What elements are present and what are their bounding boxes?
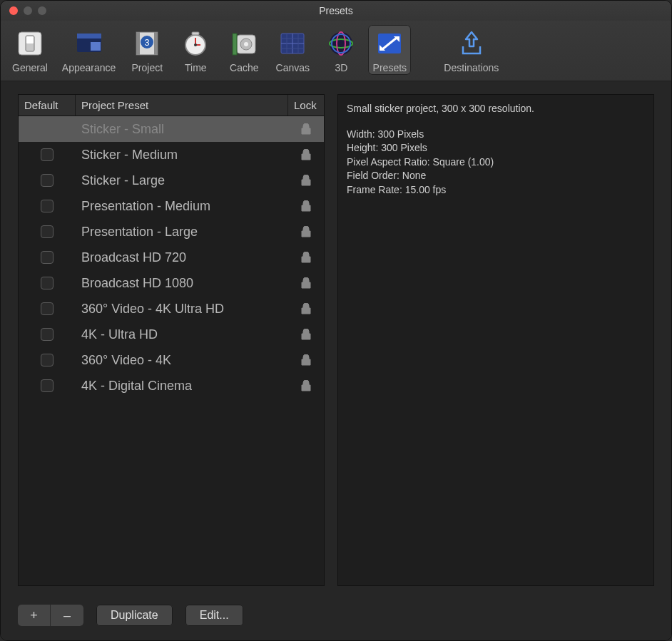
toolbar-item-appearance[interactable]: Appearance [58, 25, 121, 75]
appearance-icon [73, 28, 105, 59]
presets-icon [374, 28, 405, 59]
svg-rect-12 [192, 32, 199, 35]
maximize-icon[interactable] [38, 6, 46, 15]
toolbar-item-presets[interactable]: Presets [368, 25, 411, 75]
lock-icon [288, 200, 324, 212]
table-row[interactable]: Presentation - Medium [19, 193, 324, 219]
svg-rect-8 [154, 32, 158, 55]
lock-icon [288, 226, 324, 237]
default-checkbox[interactable] [19, 277, 76, 289]
edit-button[interactable]: Edit... [185, 605, 243, 626]
preset-name: 360° Video - 4K Ultra HD [76, 302, 288, 317]
project-icon: 3 [131, 28, 163, 59]
lock-icon [288, 329, 324, 340]
default-checkbox[interactable] [19, 148, 76, 161]
close-icon[interactable] [9, 6, 18, 15]
toolbar-label: Presets [373, 62, 407, 73]
toolbar-label: 3D [335, 62, 347, 73]
toolbar-item-destinations[interactable]: Destinations [439, 25, 503, 75]
preset-name: Sticker - Small [76, 122, 288, 137]
toolbar-label: General [12, 62, 48, 73]
toolbar-item-3d[interactable]: 3D [320, 25, 362, 75]
detail-par: Pixel Aspect Ratio: Square (1.00) [347, 155, 645, 170]
default-checkbox[interactable] [19, 200, 76, 212]
default-checkbox[interactable] [19, 302, 76, 315]
table-row[interactable]: Presentation - Large [19, 219, 324, 245]
add-button[interactable]: + [18, 605, 51, 626]
toolbar-item-project[interactable]: 3 Project [126, 25, 168, 75]
table-row[interactable]: 360° Video - 4K Ultra HD [19, 296, 324, 322]
preset-name: Presentation - Medium [76, 199, 288, 214]
minimize-icon[interactable] [24, 6, 32, 15]
titlebar: Presets [1, 1, 671, 21]
time-icon [180, 28, 211, 59]
preset-name: Broadcast HD 720 [76, 250, 288, 265]
detail-summary: Small sticker project, 300 x 300 resolut… [347, 102, 645, 116]
preset-name: Sticker - Large [76, 173, 288, 188]
cache-icon [228, 28, 260, 59]
toolbar-item-cache[interactable]: Cache [223, 25, 265, 75]
default-checkbox[interactable] [19, 328, 76, 341]
toolbar: General Appearance 3 [1, 21, 671, 81]
preset-name: Presentation - Large [76, 225, 288, 240]
lock-icon [288, 354, 324, 366]
default-checkbox[interactable] [19, 225, 76, 238]
left-panel: Default Project Preset Lock Sticker - Sm… [18, 94, 325, 586]
default-checkbox[interactable] [19, 379, 76, 392]
add-remove-segment: + – [18, 605, 83, 626]
toolbar-item-canvas[interactable]: Canvas [271, 25, 314, 75]
toolbar-label: Project [132, 62, 163, 73]
toolbar-item-general[interactable]: General [8, 25, 52, 75]
table-row[interactable]: 4K - Digital Cinema [19, 373, 324, 399]
toolbar-label: Canvas [276, 62, 310, 73]
header-lock[interactable]: Lock [288, 95, 324, 116]
preset-name: 4K - Digital Cinema [76, 379, 288, 394]
table-row[interactable]: Sticker - Large [19, 168, 324, 193]
table-row[interactable]: Sticker - Medium [19, 142, 324, 168]
lock-icon [288, 277, 324, 289]
toolbar-label: Destinations [444, 62, 499, 73]
table-row[interactable]: Broadcast HD 720 [19, 245, 324, 270]
detail-frame-rate: Frame Rate: 15.00 fps [347, 183, 645, 198]
window-title: Presets [1, 5, 671, 16]
table-row[interactable]: 360° Video - 4K [19, 347, 324, 373]
svg-rect-19 [233, 34, 237, 55]
preset-name: Sticker - Medium [76, 148, 288, 163]
lock-icon [288, 123, 324, 135]
default-checkbox[interactable] [19, 174, 76, 187]
toolbar-label: Cache [230, 62, 258, 73]
svg-point-27 [330, 32, 352, 55]
default-checkbox[interactable] [19, 354, 76, 366]
preset-name: 4K - Ultra HD [76, 327, 288, 342]
detail-width: Width: 300 Pixels [347, 128, 645, 142]
preferences-window: Presets General Appearance [0, 0, 672, 641]
table-row[interactable]: 4K - Ultra HD [19, 322, 324, 347]
svg-text:3: 3 [145, 38, 150, 48]
destinations-icon [456, 28, 487, 59]
lock-icon [288, 380, 324, 391]
toolbar-label: Appearance [62, 62, 116, 73]
table-body: Sticker - Small Sticker - Medium Sticker… [19, 116, 324, 585]
svg-rect-2 [26, 36, 34, 43]
table-row[interactable]: Broadcast HD 1080 [19, 270, 324, 296]
default-checkbox[interactable] [19, 251, 76, 264]
header-default[interactable]: Default [19, 95, 76, 116]
toolbar-label: Time [185, 62, 207, 73]
table-row[interactable]: Sticker - Small [19, 116, 324, 142]
presets-table: Default Project Preset Lock Sticker - Sm… [18, 94, 325, 586]
svg-point-18 [244, 42, 248, 46]
detail-panel: Small sticker project, 300 x 300 resolut… [337, 94, 654, 586]
lock-icon [288, 175, 324, 186]
bottom-bar: + – Duplicate Edit... [1, 595, 671, 640]
content-area: Default Project Preset Lock Sticker - Sm… [1, 81, 671, 595]
detail-height: Height: 300 Pixels [347, 141, 645, 155]
lock-icon [288, 303, 324, 314]
general-icon [14, 28, 46, 59]
header-project-preset[interactable]: Project Preset [76, 95, 288, 116]
detail-field-order: Field Order: None [347, 169, 645, 183]
svg-rect-4 [77, 34, 101, 39]
toolbar-item-time[interactable]: Time [174, 25, 217, 75]
remove-button[interactable]: – [51, 605, 83, 626]
canvas-icon [277, 28, 308, 59]
duplicate-button[interactable]: Duplicate [96, 605, 173, 626]
